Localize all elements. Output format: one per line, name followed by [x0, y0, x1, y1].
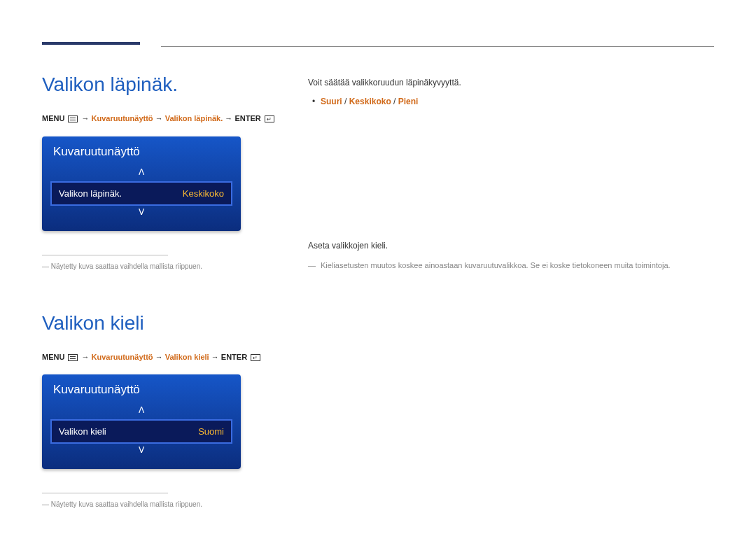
enter-icon	[251, 354, 260, 361]
path-part1: Kuvaruutunäyttö	[92, 114, 153, 122]
osd2-row-label: Valikon kieli	[59, 426, 106, 437]
footnote-divider	[42, 493, 168, 493]
path-separator: →	[225, 114, 234, 122]
section2-note: Kieliasetusten muutos koskee ainoastaan …	[308, 260, 714, 272]
section-language-left: Valikon kieli MENU → Kuvaruutunäyttö → V…	[42, 312, 280, 509]
option-medium: Keskikoko	[349, 97, 391, 106]
option-large: Suuri	[321, 97, 342, 106]
section2-desc: Aseta valikkojen kieli.	[308, 239, 714, 253]
menu-label: MENU	[42, 353, 64, 361]
section2-footnote: ― Näytetty kuva saattaa vaihdella mallis…	[42, 500, 280, 508]
path-separator: →	[82, 353, 92, 361]
chevron-down-icon: ᐯ	[42, 444, 241, 459]
path-separator: →	[155, 114, 165, 122]
osd-preview-2: Kuvaruutunäyttö ᐱ Valikon kieli Suomi ᐯ	[42, 374, 241, 469]
section-language-right: Aseta valikkojen kieli. Kieliasetusten m…	[308, 239, 714, 272]
path-part2: Valikon läpinäk.	[165, 114, 223, 122]
menu-label: MENU	[42, 114, 64, 122]
footnote-divider	[42, 255, 168, 255]
menu-icon	[68, 115, 78, 122]
section1-menu-path: MENU → Kuvaruutunäyttö → Valikon läpinäk…	[42, 113, 280, 125]
section1-footnote: ― Näytetty kuva saattaa vaihdella mallis…	[42, 262, 280, 270]
osd2-row-value: Suomi	[198, 426, 224, 437]
osd1-header: Kuvaruutunäyttö	[42, 136, 241, 166]
path-separator: →	[82, 114, 92, 122]
left-column: Valikon läpinäk. MENU → Kuvaruutunäyttö …	[42, 73, 280, 534]
osd2-header: Kuvaruutunäyttö	[42, 374, 241, 404]
path-part2: Valikon kieli	[165, 353, 209, 361]
section2-menu-path: MENU → Kuvaruutunäyttö → Valikon kieli →…	[42, 351, 280, 364]
header-rule-left	[42, 42, 140, 45]
enter-label: ENTER	[221, 353, 247, 361]
osd2-selected-row: Valikon kieli Suomi	[50, 419, 232, 444]
path-part1: Kuvaruutunäyttö	[92, 353, 153, 361]
enter-label: ENTER	[234, 114, 260, 122]
osd1-selected-row: Valikon läpinäk. Keskikoko	[50, 181, 232, 206]
page-content: Valikon läpinäk. MENU → Kuvaruutunäyttö …	[42, 73, 714, 534]
right-column: Voit säätää valikkoruudun läpinäkyvyyttä…	[308, 73, 714, 534]
path-separator: →	[211, 353, 221, 361]
option-small: Pieni	[398, 97, 419, 106]
chevron-down-icon: ᐯ	[42, 206, 241, 221]
osd-preview-1: Kuvaruutunäyttö ᐱ Valikon läpinäk. Keski…	[42, 136, 241, 231]
menu-icon	[68, 354, 78, 361]
section-transparency-left: Valikon läpinäk. MENU → Kuvaruutunäyttö …	[42, 73, 280, 270]
chevron-up-icon: ᐱ	[42, 166, 241, 181]
section1-options: Suuri / Keskikoko / Pieni	[308, 97, 714, 106]
enter-icon	[265, 115, 274, 122]
header-rule-right	[161, 46, 714, 47]
osd1-row-value: Keskikoko	[183, 188, 224, 199]
osd1-row-label: Valikon läpinäk.	[59, 188, 122, 199]
section1-desc: Voit säätää valikkoruudun läpinäkyvyyttä…	[308, 76, 714, 90]
section1-title: Valikon läpinäk.	[42, 73, 280, 96]
section-transparency-right: Voit säätää valikkoruudun läpinäkyvyyttä…	[308, 76, 714, 106]
path-separator: →	[155, 353, 165, 361]
section2-title: Valikon kieli	[42, 312, 280, 335]
chevron-up-icon: ᐱ	[42, 404, 241, 419]
